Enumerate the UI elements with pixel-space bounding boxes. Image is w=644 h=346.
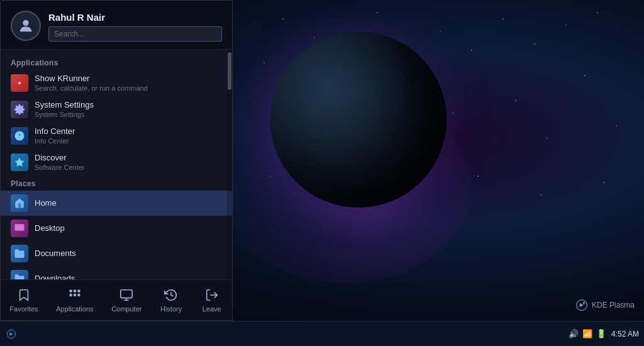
user-name: Rahul R Nair xyxy=(48,12,222,23)
taskbar-kde-icon xyxy=(5,328,18,340)
search-input[interactable] xyxy=(48,26,222,42)
desktop-icon xyxy=(11,220,28,237)
desktop-title: Desktop xyxy=(35,223,222,234)
documents-text: Documents xyxy=(35,248,222,259)
downloads-title: Downloads xyxy=(35,274,222,279)
audio-icon[interactable]: 🔊 xyxy=(569,329,579,338)
home-title: Home xyxy=(35,198,222,209)
svg-point-2 xyxy=(23,20,28,26)
krunner-subtitle: Search, calculate, or run a command xyxy=(35,84,222,92)
computer-label: Computer xyxy=(111,305,142,313)
kde-branding: KDE Plasma xyxy=(575,299,635,311)
desktop-text: Desktop xyxy=(35,223,222,234)
favorites-label: Favorites xyxy=(9,305,38,313)
applications-icon xyxy=(67,287,82,303)
favorites-icon xyxy=(16,287,31,303)
leave-label: Leave xyxy=(203,305,221,313)
battery-icon[interactable]: 🔋 xyxy=(596,329,606,338)
nav-item-favorites[interactable]: Favorites xyxy=(2,285,45,315)
settings-text: System Settings System Settings xyxy=(35,100,222,119)
app-menu: Rahul R Nair Applications Show KRunner xyxy=(0,0,233,321)
planet-decoration xyxy=(270,31,447,208)
scroll-thumb xyxy=(228,52,231,90)
nav-item-leave[interactable]: Leave xyxy=(193,285,231,315)
place-item-home[interactable]: Home xyxy=(1,191,232,216)
documents-icon xyxy=(11,245,28,262)
place-item-downloads[interactable]: Downloads xyxy=(1,266,232,279)
app-item-settings[interactable]: System Settings System Settings xyxy=(1,96,232,123)
svg-rect-12 xyxy=(121,290,132,298)
leave-icon xyxy=(204,287,219,303)
home-folder-icon xyxy=(11,194,28,212)
taskbar-right: 🔊 📶 🔋 4:52 AM xyxy=(569,329,639,338)
place-item-documents[interactable]: Documents xyxy=(1,241,232,266)
svg-rect-5 xyxy=(15,225,25,232)
svg-point-6 xyxy=(69,289,72,293)
scroll-indicator[interactable] xyxy=(227,50,232,279)
network-icon[interactable]: 📶 xyxy=(582,329,592,338)
home-text: Home xyxy=(35,198,222,209)
app-item-info[interactable]: Info Center Info Center xyxy=(1,123,232,149)
svg-point-11 xyxy=(77,294,80,297)
svg-point-3 xyxy=(18,82,21,85)
nav-item-applications[interactable]: Applications xyxy=(48,285,101,315)
user-info: Rahul R Nair xyxy=(48,11,222,42)
settings-title: System Settings xyxy=(35,100,222,111)
taskbar-left xyxy=(5,328,18,340)
info-subtitle: Info Center xyxy=(35,137,222,145)
documents-title: Documents xyxy=(35,248,222,259)
applications-label: Applications xyxy=(56,305,93,313)
info-title: Info Center xyxy=(35,126,222,137)
nav-item-history[interactable]: History xyxy=(152,285,190,315)
svg-point-9 xyxy=(69,294,72,297)
svg-point-7 xyxy=(74,289,77,293)
taskbar: 🔊 📶 🔋 4:52 AM xyxy=(0,321,644,346)
app-item-krunner[interactable]: Show KRunner Search, calculate, or run a… xyxy=(1,70,232,96)
discover-title: Discover xyxy=(35,153,222,164)
menu-content: Applications Show KRunner Search, calcul… xyxy=(1,50,232,279)
menu-list[interactable]: Applications Show KRunner Search, calcul… xyxy=(1,50,232,279)
discover-subtitle: Software Center xyxy=(35,164,222,172)
svg-point-8 xyxy=(77,289,80,293)
krunner-title: Show KRunner xyxy=(35,74,222,84)
info-icon xyxy=(11,127,28,145)
info-text: Info Center Info Center xyxy=(35,126,222,145)
settings-subtitle: System Settings xyxy=(35,111,222,119)
avatar-icon xyxy=(17,17,35,35)
places-section-label: Places xyxy=(1,176,232,191)
svg-point-1 xyxy=(583,302,585,304)
kde-plasma-label: KDE Plasma xyxy=(592,301,635,310)
discover-icon xyxy=(11,153,28,171)
nav-item-computer[interactable]: Computer xyxy=(104,285,149,315)
history-icon xyxy=(164,287,179,303)
krunner-text: Show KRunner Search, calculate, or run a… xyxy=(35,74,222,92)
downloads-text: Downloads xyxy=(35,274,222,279)
history-label: History xyxy=(160,305,182,313)
applications-section-label: Applications xyxy=(1,55,232,70)
user-header: Rahul R Nair xyxy=(1,1,232,50)
computer-icon xyxy=(119,287,134,303)
clock[interactable]: 4:52 AM xyxy=(611,330,639,338)
settings-icon xyxy=(11,101,28,118)
krunner-icon xyxy=(11,74,28,92)
discover-text: Discover Software Center xyxy=(35,153,222,172)
svg-point-10 xyxy=(74,294,77,297)
user-avatar xyxy=(11,11,41,41)
place-item-desktop[interactable]: Desktop xyxy=(1,216,232,241)
bottom-nav: Favorites Applications xyxy=(1,279,232,320)
app-item-discover[interactable]: Discover Software Center xyxy=(1,149,232,176)
downloads-icon xyxy=(11,270,28,279)
system-tray: 🔊 📶 🔋 xyxy=(569,329,606,338)
